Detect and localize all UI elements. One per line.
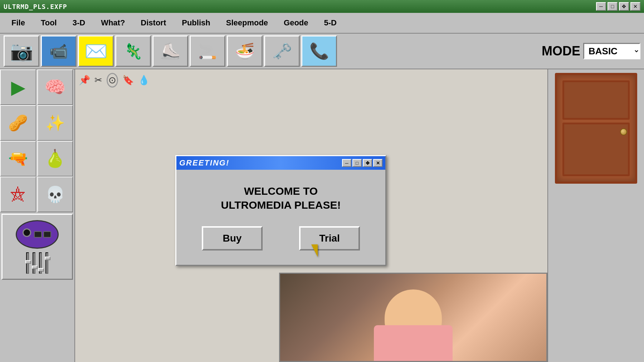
menu-geode[interactable]: Geode bbox=[276, 15, 316, 30]
tool-video-camera[interactable]: 📹 bbox=[41, 35, 77, 67]
dialog-title: GREETING! bbox=[179, 158, 229, 168]
webcam-feed bbox=[280, 274, 546, 361]
menu-distort[interactable]: Distort bbox=[133, 15, 174, 30]
buy-button[interactable]: Buy bbox=[202, 226, 263, 251]
sidebar-item-gun[interactable]: 🔫 bbox=[0, 141, 36, 177]
canvas-area[interactable]: 📌 ✂ ⊙ 🔖 💧 GREETING! ─ □ ✥ ✕ WELCOME TOUL… bbox=[75, 69, 547, 362]
menu-file[interactable]: File bbox=[4, 15, 33, 30]
window-title: ULTRMD_PLS.EXFP bbox=[4, 3, 67, 10]
dialog-content: WELCOME TOULTROMEDIA PLEASE! Buy Trial bbox=[176, 170, 385, 265]
slider-4[interactable] bbox=[45, 252, 48, 274]
dialog-minimize[interactable]: ─ bbox=[342, 159, 351, 167]
slider-3[interactable] bbox=[39, 252, 42, 274]
trial-button[interactable]: Trial bbox=[299, 226, 360, 251]
close-button[interactable]: ✕ bbox=[630, 2, 640, 11]
door-knob[interactable] bbox=[620, 128, 627, 135]
canvas-tool-scissors[interactable]: ✂ bbox=[94, 75, 102, 86]
sidebar-item-skull[interactable]: 💀 bbox=[37, 177, 73, 212]
slider-1[interactable] bbox=[26, 252, 29, 274]
menu-bar: File Tool 3-D What? Distort Publish Slee… bbox=[0, 13, 644, 34]
dialog-move[interactable]: ✥ bbox=[363, 159, 372, 167]
canvas-toolbar: 📌 ✂ ⊙ 🔖 💧 bbox=[79, 73, 150, 88]
person-silhouette bbox=[360, 282, 467, 361]
mode-select[interactable]: BASIC ADVANCED EXPERT bbox=[583, 43, 640, 59]
tool-mail[interactable]: ✉️ bbox=[78, 35, 114, 67]
sidebar-item-brain[interactable]: 🧠 bbox=[37, 69, 73, 105]
robot-head bbox=[16, 220, 59, 249]
dialog-message: WELCOME TOULTROMEDIA PLEASE! bbox=[187, 184, 375, 212]
tool-roller-skates[interactable]: ⛸️ bbox=[152, 35, 188, 67]
menu-5d[interactable]: 5-D bbox=[316, 15, 345, 30]
dialog-titlebar: GREETING! ─ □ ✥ ✕ bbox=[176, 156, 385, 170]
tool-camera[interactable]: 📷 bbox=[4, 35, 39, 67]
mode-label: MODE bbox=[542, 44, 580, 59]
door-panel-top bbox=[562, 80, 630, 120]
title-controls: ─ □ ✥ ✕ bbox=[596, 2, 640, 11]
move-button[interactable]: ✥ bbox=[619, 2, 629, 11]
toolbar: 📷 📹 ✉️ 🦎 ⛸️ 🚬 🍜 🗝️ 📞 MODE BASIC ADVANCED… bbox=[0, 34, 644, 69]
door-image bbox=[555, 73, 637, 184]
dialog-controls: ─ □ ✥ ✕ bbox=[342, 159, 382, 167]
slider-group bbox=[26, 252, 48, 274]
tool-creature[interactable]: 🦎 bbox=[115, 35, 151, 67]
sidebar-item-sparkle[interactable]: ✨ bbox=[37, 105, 73, 141]
menu-3d[interactable]: 3-D bbox=[65, 15, 93, 30]
canvas-tool-bookmark[interactable]: 🔖 bbox=[122, 75, 134, 86]
sidebar-grid: ▶ 🧠 🥜 ✨ 🔫 🍐 ⛤ 💀 bbox=[0, 69, 74, 212]
menu-publish[interactable]: Publish bbox=[174, 15, 218, 30]
menu-tool[interactable]: Tool bbox=[33, 15, 65, 30]
mode-area: MODE BASIC ADVANCED EXPERT bbox=[542, 43, 640, 59]
dialog-buttons: Buy Trial bbox=[187, 226, 375, 251]
sidebar-item-arrow[interactable]: ▶ bbox=[0, 69, 36, 105]
main-area: ▶ 🧠 🥜 ✨ 🔫 🍐 ⛤ 💀 bbox=[0, 69, 644, 362]
title-bar: ULTRMD_PLS.EXFP ─ □ ✥ ✕ bbox=[0, 0, 644, 13]
robot-btn-1[interactable] bbox=[34, 231, 42, 238]
sidebar-item-pentagon[interactable]: ⛤ bbox=[0, 177, 36, 212]
right-panel bbox=[547, 69, 644, 362]
robot-controls bbox=[34, 231, 51, 238]
restore-button[interactable]: □ bbox=[608, 2, 618, 11]
robot-eye bbox=[23, 228, 31, 237]
sidebar-item-pear[interactable]: 🍐 bbox=[37, 141, 73, 177]
tool-bowl[interactable]: 🍜 bbox=[227, 35, 263, 67]
tool-cigarette[interactable]: 🚬 bbox=[190, 35, 225, 67]
minimize-button[interactable]: ─ bbox=[596, 2, 606, 11]
greeting-dialog: GREETING! ─ □ ✥ ✕ WELCOME TOULTROMEDIA P… bbox=[175, 155, 386, 266]
tool-telephone[interactable]: 📞 bbox=[301, 35, 337, 67]
dialog-close[interactable]: ✕ bbox=[373, 159, 382, 167]
slider-2[interactable] bbox=[33, 252, 35, 274]
tool-keys[interactable]: 🗝️ bbox=[264, 35, 300, 67]
left-sidebar: ▶ 🧠 🥜 ✨ 🔫 🍐 ⛤ 💀 bbox=[0, 69, 75, 362]
menu-sleepmode[interactable]: Sleepmode bbox=[218, 15, 276, 30]
robot-btn-2[interactable] bbox=[43, 231, 51, 238]
robot-widget bbox=[1, 214, 73, 280]
door-panel-bottom bbox=[562, 123, 630, 176]
canvas-tool-target[interactable]: ⊙ bbox=[107, 73, 118, 88]
menu-what[interactable]: What? bbox=[93, 15, 133, 30]
face-body bbox=[374, 325, 453, 361]
canvas-tool-drop[interactable]: 💧 bbox=[138, 75, 150, 86]
canvas-tool-pin[interactable]: 📌 bbox=[79, 75, 90, 86]
sidebar-item-food[interactable]: 🥜 bbox=[0, 105, 36, 141]
webcam-panel bbox=[279, 273, 547, 362]
dialog-restore[interactable]: □ bbox=[352, 159, 362, 167]
